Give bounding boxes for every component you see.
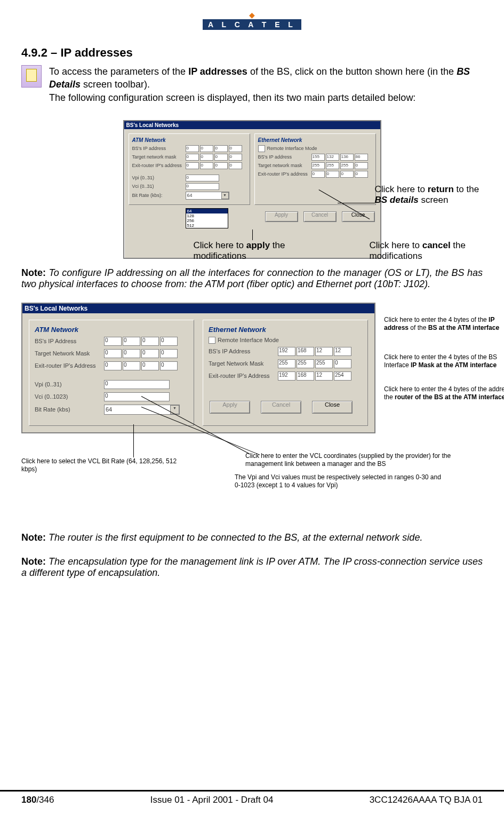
ip-field[interactable]: 0 [200, 145, 213, 152]
ip-field[interactable]: 0 [160, 337, 178, 346]
ip-field[interactable]: 0 [123, 361, 140, 370]
big-screenshot-area: BS's Local Networks ATM Network BS's IP … [21, 303, 483, 495]
bitrate-dropdown[interactable]: 64 ▼ [186, 192, 229, 200]
ip-callout: Click here to enter the 4 bytes of the I… [384, 316, 504, 332]
ip-field[interactable]: 0 [311, 171, 325, 178]
bitrate-options[interactable]: 64 128 256 512 [186, 208, 228, 228]
apply-button[interactable]: Apply [210, 401, 250, 414]
ip-field[interactable]: 0 [334, 359, 351, 368]
ip-field[interactable]: 0 [104, 349, 122, 358]
ip-field[interactable]: 0 [355, 162, 368, 169]
chevron-down-icon[interactable]: ▼ [221, 192, 229, 199]
ip-field[interactable]: 86 [355, 154, 368, 161]
ip-field[interactable]: 168 [297, 371, 314, 381]
vcl-note-callout: The Vpi and Vci values must be respectiv… [235, 473, 448, 490]
ip-field[interactable]: 168 [297, 347, 314, 356]
cancel-button[interactable]: Cancel [261, 401, 301, 414]
ip-field[interactable]: 0 [141, 349, 159, 358]
ip-field[interactable]: 0 [123, 349, 140, 358]
apply-callout: Click here to apply the modifications [194, 240, 300, 262]
window-title: BS's Local Networks [124, 121, 380, 129]
vci-field[interactable]: 0 [186, 183, 219, 190]
ip-field[interactable]: 12 [315, 347, 333, 356]
intro-text: To access the parameters of the IP addre… [49, 65, 483, 104]
brand-header: ◆ A L C A T E L [21, 11, 483, 30]
ip-field[interactable]: 0 [229, 145, 242, 152]
ip-field[interactable]: 132 [326, 154, 339, 161]
atm-pane: ATM Network BS's IP address 0 0 0 0 Targ… [129, 133, 250, 205]
ip-field[interactable]: 0 [355, 171, 368, 178]
ip-field[interactable]: 255 [297, 359, 314, 368]
ip-field[interactable]: 0 [214, 145, 228, 152]
ip-field[interactable]: 0 [229, 162, 242, 169]
vcl-callout: Click here to enter the VCL coordinates … [245, 452, 480, 469]
ip-field[interactable]: 12 [315, 371, 333, 381]
note-3: Note: The encapsulation type for the man… [21, 556, 483, 579]
remote-mode-checkbox[interactable] [209, 337, 215, 344]
ip-field[interactable]: 0 [160, 361, 178, 370]
ip-field[interactable]: 255 [278, 359, 295, 368]
close-button[interactable]: Close [312, 401, 353, 414]
router-callout: Click here to enter the 4 bytes of the a… [384, 385, 504, 401]
eth-pane-big: Ethernet Network Remote Interface Mode B… [203, 320, 368, 426]
atm-pane-big: ATM Network BS's IP Address 0 0 0 0 Targ… [29, 320, 194, 426]
ip-field[interactable]: 0 [104, 337, 122, 346]
ip-field[interactable]: 0 [141, 337, 159, 346]
ip-field[interactable]: 155 [311, 154, 325, 161]
ip-field[interactable]: 0 [340, 171, 354, 178]
ip-field[interactable]: 0 [214, 162, 228, 169]
eth-pane: Ethernet Network Remote Interface Mode B… [254, 133, 376, 205]
section-heading: 4.9.2 – IP addresses [21, 46, 483, 60]
ip-field[interactable]: 192 [278, 347, 295, 356]
ip-field[interactable]: 0 [326, 171, 339, 178]
ip-field[interactable]: 136 [340, 154, 354, 161]
ip-field[interactable]: 0 [141, 361, 159, 370]
ip-field[interactable]: 0 [186, 162, 199, 169]
bitrate-dropdown[interactable]: 64 ▼ [104, 405, 180, 415]
vpi-field[interactable]: 0 [186, 175, 219, 181]
ip-field[interactable]: 255 [340, 162, 354, 169]
note-1: Note: To configure IP addressing on all … [21, 267, 483, 290]
ip-field[interactable]: 254 [334, 371, 351, 381]
remote-mode-checkbox[interactable] [258, 145, 265, 152]
brand-logo: A L C A T E L [203, 19, 301, 30]
note-2: Note: The router is the first equipment … [21, 532, 483, 543]
ip-field[interactable]: 0 [186, 154, 199, 161]
ip-field[interactable]: 255 [315, 359, 333, 368]
ip-field[interactable]: 192 [278, 371, 295, 381]
page-footer: 180/346 Issue 01 - April 2001 - Draft 04… [0, 790, 504, 805]
vpi-field[interactable]: 0 [104, 380, 170, 389]
cancel-callout: Click here to cancel the modifications [370, 240, 476, 262]
cancel-button[interactable]: Cancel [303, 211, 337, 222]
ip-field[interactable]: 0 [123, 337, 140, 346]
ip-field[interactable]: 0 [200, 162, 213, 169]
ip-field[interactable]: 255 [326, 162, 339, 169]
window-title: BS's Local Networks [22, 304, 374, 313]
mask-callout: Click here to enter the 4 bytes of the B… [384, 353, 504, 369]
small-screenshot-area: BS's Local Networks ATM Network BS's IP … [66, 120, 439, 259]
rate-callout: Click here to select the VCL Bit Rate (6… [21, 457, 192, 474]
close-callout: Click here to return to the BS details s… [375, 184, 482, 206]
ip-field[interactable]: 0 [214, 154, 228, 161]
ip-field[interactable]: 0 [160, 349, 178, 358]
toolbar-button-icon [21, 65, 42, 88]
ip-field[interactable]: 12 [334, 347, 351, 356]
ip-field[interactable]: 0 [200, 154, 213, 161]
ip-field[interactable]: 0 [229, 154, 242, 161]
vci-field[interactable]: 0 [104, 392, 170, 401]
apply-button[interactable]: Apply [265, 211, 298, 222]
ip-field[interactable]: 0 [186, 145, 199, 152]
big-screenshot: BS's Local Networks ATM Network BS's IP … [21, 303, 375, 433]
brand-diamond-icon: ◆ [21, 11, 483, 19]
ip-field[interactable]: 0 [104, 361, 122, 370]
ip-field[interactable]: 255 [311, 162, 325, 169]
